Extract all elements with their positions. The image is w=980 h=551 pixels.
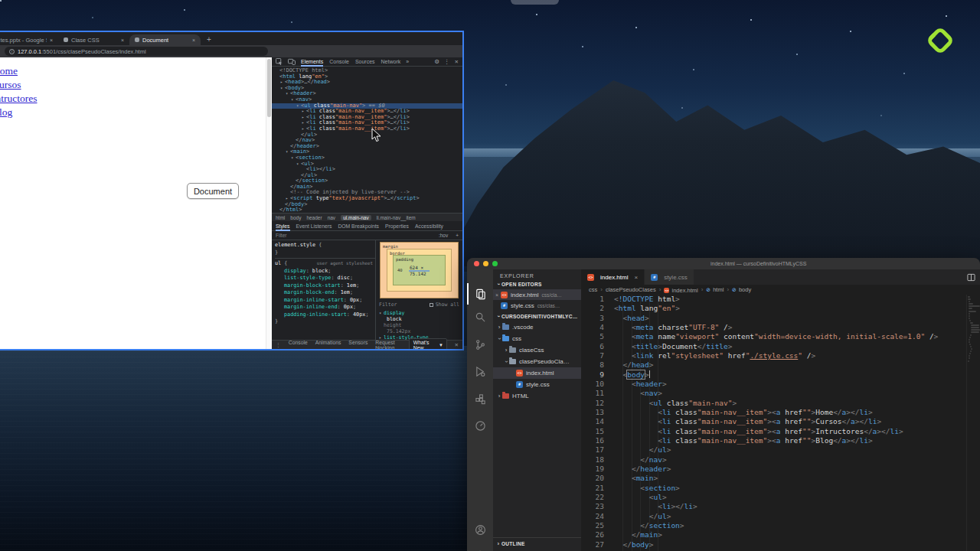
styles-tab-styles[interactable]: Styles (276, 221, 290, 231)
settings-gear-icon[interactable]: ⚙ (467, 543, 493, 551)
dom-tree-row[interactable]: </html> (272, 207, 462, 213)
style-rule-selector[interactable]: element.style { (275, 242, 375, 249)
open-editor-item[interactable]: ×<>index.htmlcss/cla… (493, 289, 581, 300)
scrollbar-thumb[interactable] (267, 59, 271, 117)
tab-close-icon[interactable]: × (121, 37, 124, 43)
browser-tab[interactable]: Clase CSS× (58, 34, 129, 45)
zoom-window-button[interactable] (492, 261, 498, 266)
breadcrumb-item-index.html[interactable]: <>index.html (664, 286, 697, 294)
run-and-debug-icon[interactable] (467, 360, 493, 382)
tree-item-index.html[interactable]: <>index.html (493, 367, 581, 379)
computed-filter-row[interactable]: Filter Show all (379, 302, 459, 308)
accounts-icon[interactable] (467, 519, 493, 540)
code-line[interactable]: 17 </ul> (581, 445, 966, 455)
new-tab-button[interactable]: + (207, 35, 211, 44)
browser-tab[interactable]: …tes.pptx - Google Slides× (0, 34, 58, 45)
inspect-icon[interactable] (276, 58, 283, 65)
tree-item-css[interactable]: ›css (493, 333, 581, 344)
workspace-root-header[interactable]: › CURSODEFINITIVOHTMLYC… (493, 311, 581, 321)
space-escritorio-6[interactable]: Escritorio 6 (446, 0, 495, 5)
computed-property[interactable]: height (379, 322, 459, 328)
minimap[interactable] (966, 295, 980, 551)
box-model[interactable]: margin border padding 40 624 × 75.142 (380, 242, 459, 298)
breadcrumb-item-body[interactable]: ⊘body (732, 286, 751, 294)
dom-crumb[interactable]: html (276, 215, 285, 220)
computed-property[interactable]: ▾display (379, 310, 459, 316)
drawer-tab-sensors[interactable]: Sensors (348, 340, 368, 350)
drawer-tab-console[interactable]: Console (289, 340, 308, 350)
style-declaration[interactable]: padding-inline-start: 40px; (275, 311, 375, 319)
tab-close-icon[interactable]: × (50, 37, 53, 43)
dom-tree-row[interactable]: ▾<ul> (272, 161, 462, 168)
drawer-tab-animations[interactable]: Animations (315, 340, 341, 350)
tree-item-HTML[interactable]: ›HTML (493, 390, 581, 402)
show-all-checkbox[interactable] (430, 303, 433, 307)
close-window-button[interactable] (474, 261, 479, 266)
style-declaration[interactable]: margin-block-end: 1em; (275, 289, 375, 297)
more-tabs-icon[interactable]: » (406, 59, 409, 64)
space-escritorio-5[interactable]: Escritorio 5 (381, 0, 430, 5)
styles-tab-dom-breakpoints[interactable]: DOM Breakpoints (338, 223, 379, 229)
whats-new-tab[interactable]: What's New ▾ (409, 338, 447, 350)
hov-toggle[interactable]: :hov (439, 233, 448, 238)
code-line[interactable]: 23 <li></li> (581, 502, 966, 511)
style-declaration[interactable]: margin-inline-start: 0px; (275, 297, 375, 305)
device-toolbar-icon[interactable] (288, 58, 296, 65)
source-control-icon[interactable] (467, 334, 493, 355)
styles-tab-accessibility[interactable]: Accessibility (415, 223, 443, 229)
style-rule-selector[interactable]: ul {user agent stylesheet (275, 260, 375, 268)
browser-tab[interactable]: Document× (129, 34, 201, 45)
devtools-tab-console[interactable]: Console (329, 57, 349, 67)
extensions-icon[interactable] (467, 388, 493, 409)
editor-tab-style.css[interactable]: #style.css (645, 269, 694, 285)
explorer-icon[interactable] (467, 283, 493, 305)
editor-tab-index.html[interactable]: <>index.html× (581, 269, 645, 285)
nav-link[interactable]: Cursos (0, 79, 21, 90)
code-line[interactable]: 19 </header> (581, 465, 966, 474)
close-icon[interactable]: × (493, 292, 501, 298)
code-line[interactable]: 12 <ul class"main-nav"> (581, 399, 966, 408)
code-line[interactable]: 22 <ul> (581, 493, 966, 502)
styles-tab-event-listeners[interactable]: Event Listeners (296, 223, 332, 229)
code-line[interactable]: 15 <li class"main-nav__item"><a href"">I… (581, 427, 966, 436)
code-line[interactable]: 7 <link rel"stylesheet" href"./style.css… (581, 351, 966, 360)
styles-filter-bar[interactable]: Filter :hov + (272, 231, 462, 240)
site-info-icon[interactable]: i (9, 49, 15, 54)
devtools-tab-sources[interactable]: Sources (355, 57, 375, 67)
open-editors-header[interactable]: › OPEN EDITORS (493, 279, 581, 289)
new-style-rule-button[interactable]: + (456, 233, 459, 238)
vscode-titlebar[interactable]: index.html — cursoDefinitivoHTMLyCSS (467, 258, 980, 269)
outline-section[interactable]: › OUTLINE (493, 537, 581, 549)
code-line[interactable]: 25 </section> (581, 521, 966, 530)
nav-link[interactable]: Blog (0, 106, 12, 118)
tree-item-.vscode[interactable]: ›.vscode (493, 321, 581, 333)
code-line[interactable]: 26 </main> (581, 530, 966, 540)
open-editor-item[interactable]: #style.csscss/clas… (493, 300, 581, 311)
code-line[interactable]: 4 <meta charset"UTF-8" /> (581, 323, 966, 332)
code-line[interactable]: 3 <head> (581, 314, 966, 323)
nav-link[interactable]: Home (0, 65, 18, 77)
drawer-menu-icon[interactable]: ⋮ (276, 342, 281, 348)
tab-close-icon[interactable]: × (192, 37, 195, 43)
tab-close-icon[interactable]: × (634, 274, 638, 281)
nav-link[interactable]: Intructores (0, 93, 37, 104)
split-editor-icon[interactable] (967, 273, 975, 282)
omnibox[interactable]: i 127.0.0.1:5501/css/clasePseudoClases/i… (5, 47, 268, 56)
code-line[interactable]: 13 <li class"main-nav__item"><a href"">H… (581, 408, 966, 417)
page-scrollbar[interactable] (266, 57, 272, 349)
drawer-tab-request-blocking[interactable]: Request blocking (375, 340, 401, 350)
code-line[interactable]: 24 </ul> (581, 512, 966, 521)
code-line[interactable]: 1<!DOCTYPE html> (581, 295, 966, 304)
space-escritorio-7[interactable]: Escritorio 7 (511, 0, 559, 5)
breadcrumb-item-css[interactable]: css (589, 286, 597, 293)
devtools-tab-elements[interactable]: Elements (301, 57, 323, 67)
code-line[interactable]: 16 <li class"main-nav__item"><a href"">B… (581, 436, 966, 445)
style-declaration[interactable]: margin-block-start: 1em; (275, 282, 375, 290)
dom-crumb[interactable]: body (290, 215, 301, 220)
breadcrumb-item-clasePseudoClases[interactable]: clasePseudoClases (606, 286, 656, 293)
code-line[interactable]: 18 </nav> (581, 455, 966, 465)
devtools-tab-network[interactable]: Network (381, 57, 401, 67)
devtools-settings-icon[interactable]: ⚙ (434, 58, 439, 65)
code-line[interactable]: 6 <title>Document</title> (581, 342, 966, 351)
drawer-close-icon[interactable]: ✕ (455, 342, 459, 348)
